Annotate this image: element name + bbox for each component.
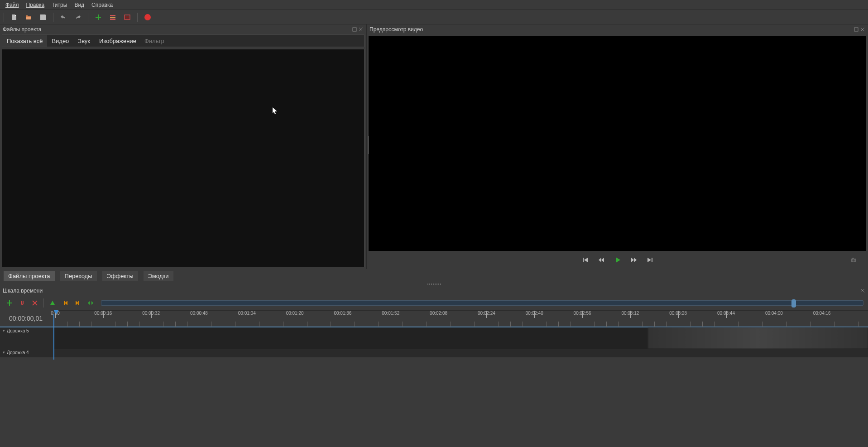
video-preview-panel: Предпросмотр видео	[367, 24, 868, 269]
add-marker-button[interactable]	[48, 298, 58, 308]
filter-input[interactable]	[141, 36, 364, 46]
add-track-button[interactable]	[5, 298, 14, 308]
track-lane[interactable]	[53, 327, 868, 349]
center-playhead-button[interactable]	[86, 298, 96, 308]
ruler-tick-label: 00:02:08	[430, 311, 447, 316]
ruler-tick-label: 00:01:52	[382, 311, 399, 316]
main-toolbar	[0, 10, 868, 24]
ruler-tick-label: 00:02:40	[526, 311, 543, 316]
toolbar-separator	[53, 13, 53, 22]
chevron-down-icon[interactable]: ▾	[3, 328, 5, 333]
timeline-toolbar	[0, 296, 868, 310]
horizontal-splitter[interactable]	[0, 283, 868, 286]
ruler-tick-label: 00:00:16	[94, 311, 112, 316]
export-button[interactable]	[142, 12, 153, 23]
project-files-title: Файлы проекта	[3, 26, 41, 33]
jump-start-button[interactable]	[580, 255, 590, 265]
zoom-slider[interactable]	[101, 300, 863, 306]
svg-rect-1	[110, 17, 115, 18]
vertical-splitter[interactable]	[369, 136, 369, 154]
bottom-tab-emoji[interactable]: Эмодзи	[144, 271, 173, 281]
snap-button[interactable]	[17, 298, 27, 308]
svg-rect-6	[854, 28, 858, 31]
play-button[interactable]	[612, 255, 623, 265]
redo-button[interactable]	[72, 12, 83, 23]
close-panel-button[interactable]	[860, 27, 865, 32]
track-row: ▾ Дорожка 4	[0, 349, 868, 357]
svg-rect-5	[353, 28, 356, 31]
timeline-tracks: ▾ Дорожка 5 ▾ Дорожка 4	[0, 327, 868, 357]
filter-tab-show-all[interactable]: Показать всё	[2, 35, 47, 47]
chevron-down-icon[interactable]: ▾	[3, 350, 5, 355]
playhead-icon[interactable]	[53, 310, 59, 314]
video-preview-area[interactable]	[369, 36, 866, 251]
filter-tab-image[interactable]: Изображение	[95, 35, 141, 47]
project-files-area[interactable]	[2, 49, 364, 267]
timeline-title: Шкала времени	[3, 288, 43, 294]
undock-panel-button[interactable]	[352, 27, 357, 32]
razor-button[interactable]	[30, 298, 40, 308]
timeline-ruler[interactable]: 0:0000:00:1600:00:3200:00:4800:01:0400:0…	[53, 310, 868, 327]
cursor-icon	[273, 107, 278, 116]
filter-tab-audio[interactable]: Звук	[73, 35, 95, 47]
menu-file[interactable]: Файл	[2, 0, 23, 10]
track-name-label: Дорожка 4	[7, 350, 29, 355]
timeline-panel: Шкала времени	[0, 286, 868, 357]
menu-help[interactable]: Справка	[88, 0, 116, 10]
close-panel-button[interactable]	[358, 27, 364, 32]
menu-titles[interactable]: Титры	[48, 0, 71, 10]
rewind-button[interactable]	[596, 255, 607, 265]
project-files-header: Файлы проекта	[0, 24, 366, 34]
menu-view[interactable]: Вид	[71, 0, 88, 10]
main-area: Файлы проекта Показать всё Видео Звук Из…	[0, 24, 868, 269]
prev-marker-button[interactable]	[60, 298, 70, 308]
playhead-line[interactable]	[53, 314, 54, 360]
fast-forward-button[interactable]	[628, 255, 639, 265]
toolbar-separator	[137, 13, 138, 22]
ruler-tick-label: 00:03:28	[669, 311, 687, 316]
timeline-ruler-row: 00:00:00,01 0:0000:00:1600:00:3200:00:48…	[0, 310, 868, 327]
new-project-button[interactable]	[9, 12, 19, 23]
project-files-filter-bar: Показать всё Видео Звук Изображение	[2, 34, 364, 47]
close-panel-button[interactable]	[860, 288, 865, 293]
svg-rect-4	[125, 16, 129, 19]
ruler-tick-label: 00:01:36	[334, 311, 351, 316]
bottom-tab-transitions[interactable]: Переходы	[60, 271, 97, 281]
import-files-button[interactable]	[93, 12, 104, 23]
open-project-button[interactable]	[23, 12, 34, 23]
video-preview-header: Предпросмотр видео	[367, 24, 868, 34]
menu-bar: Файл Правка Титры Вид Справка	[0, 0, 868, 10]
undo-button[interactable]	[58, 12, 69, 23]
project-files-panel: Файлы проекта Показать всё Видео Звук Из…	[0, 24, 367, 269]
ruler-tick-label: 00:01:20	[286, 311, 304, 316]
zoom-slider-handle[interactable]	[791, 299, 796, 308]
track-header[interactable]: ▾ Дорожка 4	[0, 349, 53, 357]
bottom-tab-project-files[interactable]: Файлы проекта	[4, 271, 55, 281]
ruler-tick-label: 00:03:12	[621, 311, 639, 316]
current-time-display[interactable]: 00:00:00,01	[0, 315, 53, 322]
next-marker-button[interactable]	[73, 298, 83, 308]
video-preview-title: Предпросмотр видео	[369, 26, 423, 33]
timeline-header: Шкала времени	[0, 286, 868, 296]
track-lane[interactable]	[53, 349, 868, 357]
filter-tab-video[interactable]: Видео	[47, 35, 73, 47]
ruler-tick-label: 00:02:24	[478, 311, 495, 316]
preview-controls	[367, 251, 868, 269]
svg-point-8	[853, 260, 855, 262]
toolbar-separator	[88, 13, 88, 22]
save-project-button[interactable]	[38, 12, 48, 23]
fullscreen-button[interactable]	[122, 12, 133, 23]
ruler-tick-label: 00:00:32	[142, 311, 160, 316]
toolbar-separator	[43, 298, 44, 308]
jump-end-button[interactable]	[645, 255, 656, 265]
profiles-button[interactable]	[107, 12, 118, 23]
snapshot-button[interactable]	[848, 255, 859, 265]
menu-edit[interactable]: Правка	[23, 0, 48, 10]
bottom-tab-effects[interactable]: Эффекты	[102, 271, 138, 281]
ruler-tick-label: 00:04:16	[813, 311, 831, 316]
ruler-tick-label: 00:02:56	[574, 311, 591, 316]
track-header[interactable]: ▾ Дорожка 5	[0, 327, 53, 349]
svg-rect-0	[110, 15, 115, 16]
undock-panel-button[interactable]	[854, 27, 859, 32]
track-row: ▾ Дорожка 5	[0, 327, 868, 349]
